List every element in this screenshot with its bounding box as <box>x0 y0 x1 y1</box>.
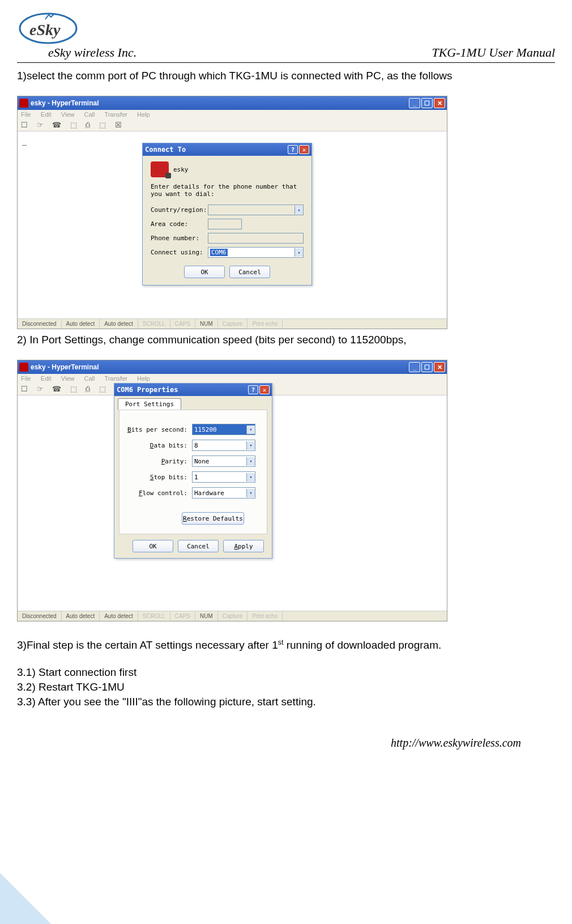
step-3-2-text: 3.2) Restart TKG-1MU <box>17 681 555 693</box>
flow-control-select[interactable]: Hardware▾ <box>192 487 255 499</box>
status-detect1: Auto detect <box>62 611 100 621</box>
status-print: Print echo <box>247 319 283 329</box>
menu-edit[interactable]: Edit <box>41 375 52 382</box>
maximize-button[interactable]: ☐ <box>421 98 433 108</box>
menu-view[interactable]: View <box>61 111 75 118</box>
status-connection: Disconnected <box>18 611 62 621</box>
terminal-cursor: _ <box>22 136 27 145</box>
dialog-titlebar: COM6 Properties ? ✕ <box>114 384 272 396</box>
phone-number-label: Phone number: <box>151 235 204 242</box>
dialog-titlebar: Connect To ? ✕ <box>143 143 311 156</box>
status-detect2: Auto detect <box>100 611 138 621</box>
tab-port-settings[interactable]: Port Settings <box>118 398 181 410</box>
phone-number-input[interactable] <box>208 233 304 244</box>
toolbar[interactable]: ☐ ☞ ☎ ⬚ ⎙ ⬚ ☒ <box>18 119 447 131</box>
window-titlebar: esky - HyperTerminal _ ☐ ✕ <box>18 360 447 374</box>
menu-edit[interactable]: Edit <box>41 111 52 118</box>
data-bits-label: Data bits: <box>119 442 187 449</box>
menu-transfer[interactable]: Transfer <box>104 111 127 118</box>
menu-file[interactable]: File <box>21 375 31 382</box>
dialog-instruction: Enter details for the phone number that … <box>151 183 304 198</box>
app-icon <box>19 363 28 372</box>
window-titlebar: esky - HyperTerminal _ ☐ ✕ <box>18 96 447 110</box>
area-code-input[interactable] <box>208 219 242 229</box>
help-button[interactable]: ? <box>248 385 258 394</box>
status-capture: Capture <box>218 319 248 329</box>
doc-title: TKG-1MU User Manual <box>432 45 555 60</box>
step-3-text: 3)Final step is the certain AT settings … <box>17 638 555 652</box>
menu-bar: File Edit View Call Transfer Help <box>18 374 447 383</box>
menu-help[interactable]: Help <box>137 375 150 382</box>
tab-strip: Port Settings <box>114 396 272 410</box>
menu-file[interactable]: File <box>21 111 31 118</box>
menu-call[interactable]: Call <box>84 375 95 382</box>
parity-label: Parity: <box>119 458 187 465</box>
country-label: Country/region: <box>151 206 204 214</box>
status-detect1: Auto detect <box>62 319 100 329</box>
status-caps: CAPS <box>170 319 195 329</box>
terminal-area[interactable]: COM6 Properties ? ✕ Port Settings BBits … <box>18 395 447 611</box>
step-3-1-text: 3.1) Start connection first <box>17 666 555 679</box>
window-title: esky - HyperTerminal <box>31 99 409 107</box>
app-icon <box>19 99 28 108</box>
page-header: eSky eSky wireless Inc. TKG-1MU User Man… <box>17 11 555 67</box>
phone-icon <box>151 161 169 177</box>
dialog-title: Connect To <box>145 146 186 154</box>
bits-per-second-label: BBits per second:its per second: <box>119 426 187 433</box>
terminal-area[interactable]: _ Connect To ? ✕ esky Enter details for … <box>18 131 447 318</box>
dialog-title: COM6 Properties <box>117 386 178 394</box>
status-num: NUM <box>195 319 218 329</box>
screenshot-com-properties: esky - HyperTerminal _ ☐ ✕ File Edit Vie… <box>17 360 447 621</box>
menu-transfer[interactable]: Transfer <box>104 375 127 382</box>
status-scroll: SCROLL <box>138 319 170 329</box>
ok-button[interactable]: OK <box>184 266 225 278</box>
window-title: esky - HyperTerminal <box>31 363 409 371</box>
minimize-button[interactable]: _ <box>409 98 420 108</box>
menu-help[interactable]: Help <box>137 111 150 118</box>
connect-using-label: Connect using: <box>151 249 204 256</box>
stop-bits-select[interactable]: 1▾ <box>192 471 255 483</box>
svg-text:eSky: eSky <box>29 21 61 39</box>
status-num: NUM <box>195 611 218 621</box>
status-detect2: Auto detect <box>100 319 138 329</box>
dialog-close-button[interactable]: ✕ <box>299 145 309 154</box>
status-scroll: SCROLL <box>138 611 170 621</box>
status-capture: Capture <box>218 611 248 621</box>
menu-bar: File Edit View Call Transfer Help <box>18 110 447 119</box>
apply-button[interactable]: Apply <box>223 540 264 552</box>
close-button[interactable]: ✕ <box>434 98 445 108</box>
help-button[interactable]: ? <box>288 145 298 154</box>
status-bar: Disconnected Auto detect Auto detect SCR… <box>18 611 447 621</box>
flow-control-label: Flow control: <box>119 489 187 497</box>
step-2-text: 2) In Port Settings, change communicatio… <box>17 334 555 346</box>
step-3-3-text: 3.3) After you see the "IIII"as the foll… <box>17 696 555 708</box>
cancel-button[interactable]: Cancel <box>178 540 219 552</box>
area-code-label: Area code: <box>151 220 204 228</box>
status-print: Print echo <box>247 611 283 621</box>
status-bar: Disconnected Auto detect Auto detect SCR… <box>18 318 447 329</box>
step-1-text: 1)select the comm port of PC through whi… <box>17 70 555 82</box>
ok-button[interactable]: OK <box>133 540 173 552</box>
maximize-button[interactable]: ☐ <box>421 362 433 372</box>
dialog-close-button[interactable]: ✕ <box>259 385 270 394</box>
connect-using-select[interactable]: COM6 ▾ <box>208 247 304 258</box>
tab-content: BBits per second:its per second: 115200▾… <box>119 410 267 534</box>
country-select[interactable]: ▾ <box>208 205 304 215</box>
parity-select[interactable]: None▾ <box>192 455 255 467</box>
connect-to-dialog: Connect To ? ✕ esky Enter details for th… <box>142 143 312 286</box>
stop-bits-label: Stop bits: <box>119 474 187 481</box>
minimize-button[interactable]: _ <box>409 362 420 372</box>
company-name: eSky wireless Inc. <box>17 45 136 60</box>
menu-call[interactable]: Call <box>84 111 95 118</box>
bits-per-second-select[interactable]: 115200▾ <box>192 424 255 435</box>
screenshot-connect-to: esky - HyperTerminal _ ☐ ✕ File Edit Vie… <box>17 96 447 329</box>
menu-view[interactable]: View <box>61 375 75 382</box>
close-button[interactable]: ✕ <box>434 362 445 372</box>
connection-name: esky <box>173 166 189 173</box>
com-properties-dialog: COM6 Properties ? ✕ Port Settings BBits … <box>114 383 272 559</box>
cancel-button[interactable]: Cancel <box>229 266 270 278</box>
status-connection: Disconnected <box>18 319 62 329</box>
restore-defaults-button[interactable]: RRestore Defaultsestore Defaults <box>182 512 244 525</box>
status-caps: CAPS <box>170 611 195 621</box>
data-bits-select[interactable]: 8▾ <box>192 440 255 451</box>
